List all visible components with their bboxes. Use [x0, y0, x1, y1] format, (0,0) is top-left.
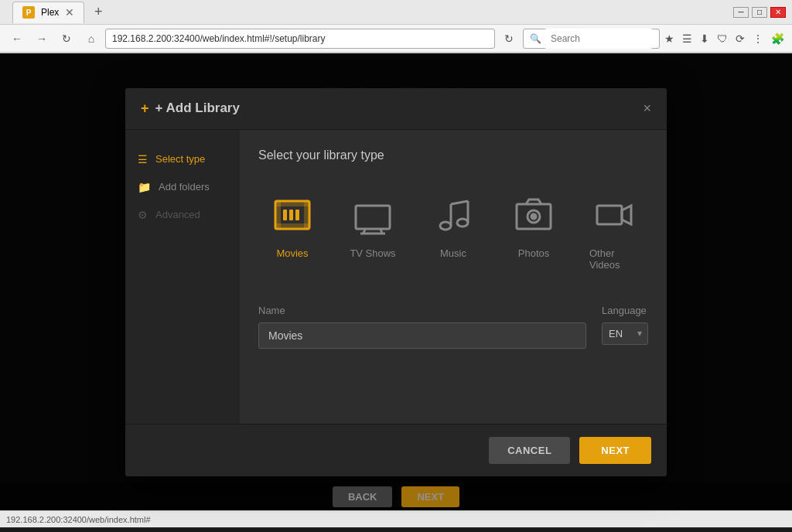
name-form-group: Name — [258, 305, 586, 349]
tv-shows-icon — [348, 190, 398, 240]
tab-close-btn[interactable]: ✕ — [65, 6, 74, 19]
sidebar-item-select-type[interactable]: ☰ Select type — [125, 145, 240, 173]
nav-icons: ★ ☰ ⬇ 🛡 ⟳ ⋮ 🧩 — [663, 31, 786, 46]
dialog-content: Select your library type — [240, 130, 667, 424]
language-select[interactable]: EN FR DE ES — [602, 322, 648, 345]
photos-label: Photos — [518, 247, 549, 259]
reader-icon[interactable]: ☰ — [681, 31, 694, 46]
library-name-input[interactable] — [258, 322, 586, 349]
name-label: Name — [258, 305, 586, 316]
music-icon — [428, 190, 478, 240]
language-label: Language — [602, 305, 648, 316]
reload-btn[interactable]: ↻ — [498, 28, 520, 49]
sync-icon[interactable]: ⟳ — [734, 31, 746, 46]
close-btn[interactable]: ✕ — [770, 7, 786, 18]
add-library-dialog: + + Add Library × ☰ Select type 📁 Add fo… — [125, 88, 667, 476]
sidebar-item-add-folders[interactable]: 📁 Add folders — [125, 173, 240, 201]
svg-rect-7 — [295, 210, 299, 220]
library-card-music[interactable]: Music — [419, 181, 487, 280]
svg-rect-5 — [283, 210, 287, 220]
status-bar: 192.168.2.200:32400/web/index.html# — [0, 510, 792, 527]
bottom-next-btn[interactable]: NEXT — [401, 486, 459, 507]
home-nav-btn[interactable]: ⌂ — [80, 28, 102, 49]
browser-chrome: P Plex ✕ + ─ □ ✕ ← → ↻ ⌂ ↻ 🔍 ★ ☰ ⬇ 🛡 ⟳ ⋮ — [0, 0, 792, 53]
library-card-movies[interactable]: Movies — [258, 181, 326, 280]
gear-icon: ⚙ — [138, 209, 148, 221]
tab-title: Plex — [41, 7, 59, 18]
bookmark-icon[interactable]: ★ — [663, 31, 676, 46]
other-videos-label: Other Videos — [589, 247, 639, 271]
browser-tab[interactable]: P Plex ✕ — [12, 2, 84, 23]
svg-rect-4 — [275, 223, 309, 229]
movies-label: Movies — [276, 247, 308, 259]
back-nav-btn[interactable]: ← — [6, 28, 28, 49]
next-button[interactable]: NEXT — [579, 437, 651, 464]
page-background: PLEX + + Add Library × ☰ Select type — [0, 53, 792, 510]
bottom-bar: BACK NEXT — [0, 483, 792, 510]
music-label: Music — [440, 247, 466, 259]
forward-nav-btn[interactable]: → — [31, 28, 53, 49]
title-bar: P Plex ✕ + ─ □ ✕ — [0, 0, 792, 25]
svg-rect-8 — [356, 206, 390, 229]
cancel-button[interactable]: CANCEL — [489, 437, 570, 464]
language-form-group: Language EN FR DE ES — [602, 305, 648, 345]
plus-icon: + — [141, 101, 149, 117]
dialog-header: + + Add Library × — [125, 88, 667, 130]
svg-marker-21 — [622, 206, 631, 224]
dialog-footer: CANCEL NEXT — [125, 424, 667, 476]
dialog-close-btn[interactable]: × — [643, 101, 651, 115]
folder-icon: 📁 — [138, 181, 151, 193]
content-title: Select your library type — [258, 148, 648, 162]
nav-bar: ← → ↻ ⌂ ↻ 🔍 ★ ☰ ⬇ 🛡 ⟳ ⋮ 🧩 — [0, 25, 792, 53]
dialog-title: + + Add Library — [141, 101, 240, 117]
status-text: 192.168.2.200:32400/web/index.html# — [6, 515, 151, 524]
photos-icon — [509, 190, 558, 240]
list-icon: ☰ — [138, 153, 148, 165]
tab-bar: P Plex ✕ + — [6, 0, 733, 26]
svg-rect-6 — [289, 210, 293, 220]
menu-icon[interactable]: ⋮ — [751, 31, 765, 46]
form-row: Name Language EN FR DE ES — [258, 305, 648, 349]
library-card-photos[interactable]: Photos — [500, 181, 568, 280]
search-input[interactable] — [544, 29, 653, 49]
modal-overlay: + + Add Library × ☰ Select type 📁 Add fo… — [0, 53, 792, 510]
maximize-btn[interactable]: □ — [752, 7, 767, 18]
dialog-body: ☰ Select type 📁 Add folders ⚙ Advanced S… — [125, 130, 667, 424]
library-type-grid: Movies — [258, 181, 648, 280]
sidebar-item-advanced[interactable]: ⚙ Advanced — [125, 201, 240, 229]
movies-icon — [268, 190, 317, 240]
svg-line-16 — [451, 201, 468, 204]
language-select-wrapper: EN FR DE ES — [602, 322, 648, 345]
shield-icon: 🛡 — [715, 31, 729, 46]
download-icon[interactable]: ⬇ — [698, 31, 711, 46]
other-videos-icon — [589, 190, 639, 240]
svg-point-12 — [440, 222, 451, 230]
new-tab-btn[interactable]: + — [89, 3, 108, 22]
tab-favicon: P — [22, 6, 35, 19]
search-icon: 🔍 — [530, 33, 541, 44]
address-bar[interactable] — [105, 29, 495, 49]
svg-rect-20 — [597, 206, 622, 224]
minimize-btn[interactable]: ─ — [733, 7, 749, 18]
library-card-other-videos[interactable]: Other Videos — [580, 181, 648, 280]
tv-shows-label: TV Shows — [350, 247, 395, 259]
extension-icon[interactable]: 🧩 — [770, 31, 786, 46]
window-controls: ─ □ ✕ — [733, 7, 786, 18]
svg-rect-3 — [275, 201, 309, 206]
refresh-nav-btn[interactable]: ↻ — [56, 28, 77, 49]
library-card-tv-shows[interactable]: TV Shows — [339, 181, 407, 280]
svg-point-19 — [531, 214, 536, 219]
svg-point-13 — [457, 219, 468, 227]
bottom-back-btn[interactable]: BACK — [333, 486, 393, 507]
dialog-sidebar: ☰ Select type 📁 Add folders ⚙ Advanced — [125, 130, 240, 424]
